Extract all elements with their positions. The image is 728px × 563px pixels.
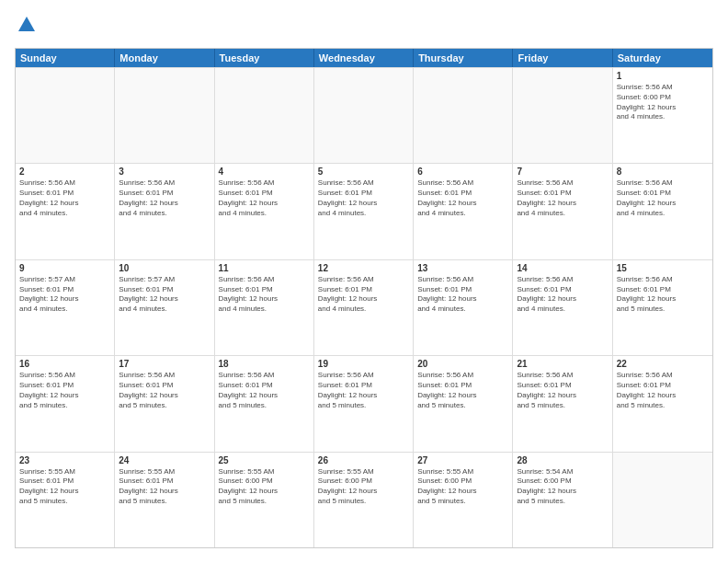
day-info: Sunrise: 5:56 AM Sunset: 6:01 PM Dayligh… xyxy=(119,371,210,410)
day-cell-9: 9Sunrise: 5:57 AM Sunset: 6:01 PM Daylig… xyxy=(16,260,115,355)
day-info: Sunrise: 5:56 AM Sunset: 6:01 PM Dayligh… xyxy=(617,178,709,218)
day-info: Sunrise: 5:55 AM Sunset: 6:00 PM Dayligh… xyxy=(219,467,310,507)
day-info: Sunrise: 5:55 AM Sunset: 6:01 PM Dayligh… xyxy=(19,467,110,507)
day-number: 11 xyxy=(219,263,310,273)
day-number: 5 xyxy=(318,167,409,177)
day-number: 16 xyxy=(19,359,110,369)
day-info: Sunrise: 5:55 AM Sunset: 6:01 PM Dayligh… xyxy=(119,467,210,507)
day-info: Sunrise: 5:56 AM Sunset: 6:01 PM Dayligh… xyxy=(417,371,508,410)
day-cell-17: 17Sunrise: 5:56 AM Sunset: 6:01 PM Dayli… xyxy=(115,356,214,451)
day-info: Sunrise: 5:56 AM Sunset: 6:01 PM Dayligh… xyxy=(417,275,508,315)
empty-cell xyxy=(613,453,712,547)
day-number: 12 xyxy=(318,263,409,273)
calendar-header: SundayMondayTuesdayWednesdayThursdayFrid… xyxy=(16,49,712,67)
calendar-row-4: 23Sunrise: 5:55 AM Sunset: 6:01 PM Dayli… xyxy=(16,452,712,547)
day-number: 15 xyxy=(617,263,709,273)
empty-cell xyxy=(215,68,314,163)
day-number: 21 xyxy=(517,359,608,369)
calendar-row-3: 16Sunrise: 5:56 AM Sunset: 6:01 PM Dayli… xyxy=(16,355,712,451)
logo xyxy=(15,15,37,39)
day-info: Sunrise: 5:56 AM Sunset: 6:01 PM Dayligh… xyxy=(517,371,608,410)
day-number: 23 xyxy=(19,455,110,465)
day-number: 14 xyxy=(517,263,608,273)
day-info: Sunrise: 5:56 AM Sunset: 6:01 PM Dayligh… xyxy=(517,275,608,315)
day-number: 18 xyxy=(219,359,310,369)
weekday-header-wednesday: Wednesday xyxy=(314,49,414,67)
day-number: 4 xyxy=(219,167,310,177)
day-number: 9 xyxy=(19,263,110,273)
day-cell-16: 16Sunrise: 5:56 AM Sunset: 6:01 PM Dayli… xyxy=(16,356,115,451)
svg-marker-0 xyxy=(18,17,35,31)
day-cell-28: 28Sunrise: 5:54 AM Sunset: 6:00 PM Dayli… xyxy=(513,453,612,547)
day-cell-25: 25Sunrise: 5:55 AM Sunset: 6:00 PM Dayli… xyxy=(215,453,314,547)
day-cell-14: 14Sunrise: 5:56 AM Sunset: 6:01 PM Dayli… xyxy=(513,260,612,355)
day-info: Sunrise: 5:56 AM Sunset: 6:01 PM Dayligh… xyxy=(219,178,310,218)
calendar: SundayMondayTuesdayWednesdayThursdayFrid… xyxy=(15,48,713,548)
weekday-header-thursday: Thursday xyxy=(414,49,513,67)
day-cell-18: 18Sunrise: 5:56 AM Sunset: 6:01 PM Dayli… xyxy=(215,356,314,451)
day-number: 17 xyxy=(119,359,210,369)
day-info: Sunrise: 5:56 AM Sunset: 6:01 PM Dayligh… xyxy=(19,178,110,218)
day-info: Sunrise: 5:55 AM Sunset: 6:00 PM Dayligh… xyxy=(318,467,409,507)
day-cell-2: 2Sunrise: 5:56 AM Sunset: 6:01 PM Daylig… xyxy=(16,164,115,259)
day-number: 24 xyxy=(119,455,210,465)
empty-cell xyxy=(314,68,414,163)
day-info: Sunrise: 5:56 AM Sunset: 6:01 PM Dayligh… xyxy=(318,371,409,410)
empty-cell xyxy=(16,68,115,163)
day-cell-7: 7Sunrise: 5:56 AM Sunset: 6:01 PM Daylig… xyxy=(513,164,612,259)
day-cell-5: 5Sunrise: 5:56 AM Sunset: 6:01 PM Daylig… xyxy=(314,164,414,259)
day-info: Sunrise: 5:56 AM Sunset: 6:00 PM Dayligh… xyxy=(617,83,709,122)
day-cell-21: 21Sunrise: 5:56 AM Sunset: 6:01 PM Dayli… xyxy=(513,356,612,451)
day-cell-23: 23Sunrise: 5:55 AM Sunset: 6:01 PM Dayli… xyxy=(16,453,115,547)
day-info: Sunrise: 5:56 AM Sunset: 6:01 PM Dayligh… xyxy=(417,178,508,218)
day-info: Sunrise: 5:56 AM Sunset: 6:01 PM Dayligh… xyxy=(617,371,709,410)
day-info: Sunrise: 5:57 AM Sunset: 6:01 PM Dayligh… xyxy=(19,275,110,315)
day-info: Sunrise: 5:56 AM Sunset: 6:01 PM Dayligh… xyxy=(318,178,409,218)
day-info: Sunrise: 5:56 AM Sunset: 6:01 PM Dayligh… xyxy=(617,275,709,315)
day-number: 26 xyxy=(318,455,409,465)
logo-icon xyxy=(17,15,37,35)
day-cell-13: 13Sunrise: 5:56 AM Sunset: 6:01 PM Dayli… xyxy=(414,260,513,355)
day-number: 3 xyxy=(119,167,210,177)
day-number: 25 xyxy=(219,455,310,465)
day-number: 22 xyxy=(617,359,709,369)
day-number: 19 xyxy=(318,359,409,369)
day-number: 28 xyxy=(517,455,608,465)
day-cell-11: 11Sunrise: 5:56 AM Sunset: 6:01 PM Dayli… xyxy=(215,260,314,355)
empty-cell xyxy=(115,68,214,163)
weekday-header-saturday: Saturday xyxy=(613,49,712,67)
day-number: 7 xyxy=(517,167,608,177)
day-cell-19: 19Sunrise: 5:56 AM Sunset: 6:01 PM Dayli… xyxy=(314,356,414,451)
day-info: Sunrise: 5:55 AM Sunset: 6:00 PM Dayligh… xyxy=(417,467,508,507)
empty-cell xyxy=(513,68,612,163)
weekday-header-sunday: Sunday xyxy=(16,49,115,67)
day-info: Sunrise: 5:56 AM Sunset: 6:01 PM Dayligh… xyxy=(219,371,310,410)
calendar-row-0: 1Sunrise: 5:56 AM Sunset: 6:00 PM Daylig… xyxy=(16,67,712,163)
day-number: 20 xyxy=(417,359,508,369)
day-cell-4: 4Sunrise: 5:56 AM Sunset: 6:01 PM Daylig… xyxy=(215,164,314,259)
day-cell-8: 8Sunrise: 5:56 AM Sunset: 6:01 PM Daylig… xyxy=(613,164,712,259)
header xyxy=(15,15,713,39)
day-number: 27 xyxy=(417,455,508,465)
day-cell-26: 26Sunrise: 5:55 AM Sunset: 6:00 PM Dayli… xyxy=(314,453,414,547)
day-info: Sunrise: 5:57 AM Sunset: 6:01 PM Dayligh… xyxy=(119,275,210,315)
day-cell-10: 10Sunrise: 5:57 AM Sunset: 6:01 PM Dayli… xyxy=(115,260,214,355)
day-cell-24: 24Sunrise: 5:55 AM Sunset: 6:01 PM Dayli… xyxy=(115,453,214,547)
day-cell-12: 12Sunrise: 5:56 AM Sunset: 6:01 PM Dayli… xyxy=(314,260,414,355)
day-number: 10 xyxy=(119,263,210,273)
day-cell-3: 3Sunrise: 5:56 AM Sunset: 6:01 PM Daylig… xyxy=(115,164,214,259)
day-number: 13 xyxy=(417,263,508,273)
weekday-header-tuesday: Tuesday xyxy=(215,49,314,67)
day-number: 6 xyxy=(417,167,508,177)
weekday-header-friday: Friday xyxy=(513,49,612,67)
page: SundayMondayTuesdayWednesdayThursdayFrid… xyxy=(0,0,728,563)
day-number: 8 xyxy=(617,167,709,177)
day-info: Sunrise: 5:56 AM Sunset: 6:01 PM Dayligh… xyxy=(19,371,110,410)
day-cell-1: 1Sunrise: 5:56 AM Sunset: 6:00 PM Daylig… xyxy=(613,68,712,163)
day-info: Sunrise: 5:56 AM Sunset: 6:01 PM Dayligh… xyxy=(219,275,310,315)
day-info: Sunrise: 5:56 AM Sunset: 6:01 PM Dayligh… xyxy=(318,275,409,315)
day-cell-6: 6Sunrise: 5:56 AM Sunset: 6:01 PM Daylig… xyxy=(414,164,513,259)
day-number: 2 xyxy=(19,167,110,177)
day-cell-15: 15Sunrise: 5:56 AM Sunset: 6:01 PM Dayli… xyxy=(613,260,712,355)
day-info: Sunrise: 5:56 AM Sunset: 6:01 PM Dayligh… xyxy=(517,178,608,218)
